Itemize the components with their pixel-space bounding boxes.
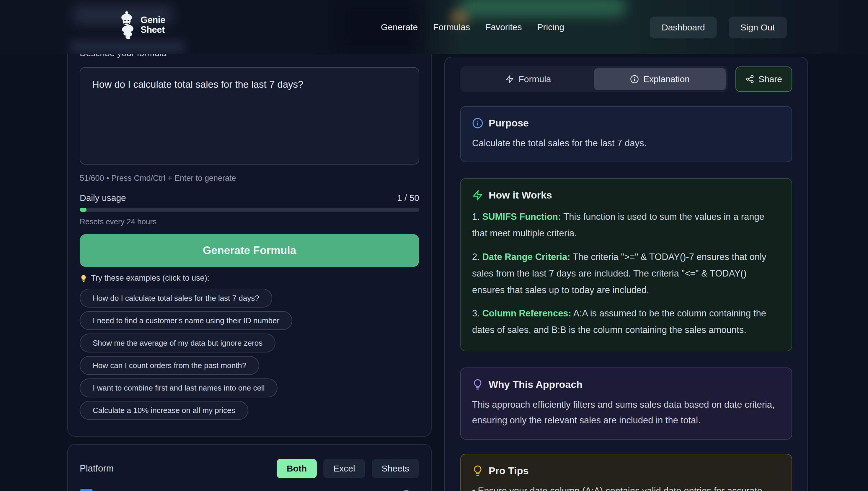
example-chip[interactable]: How can I count orders from the past mon… [80, 356, 259, 375]
generate-formula-button[interactable]: Generate Formula [80, 234, 419, 267]
examples-title-text: Try these examples (click to use): [91, 273, 209, 283]
brand-logo[interactable]: Genie Sheet [118, 11, 165, 39]
top-nav: Genie Sheet Generate Formulas Favorites … [0, 0, 868, 54]
char-count-hint: 51/600 • Press Cmd/Ctrl + Enter to gener… [80, 174, 419, 183]
pro-tips-card: Pro Tips • Ensure your date column (A:A)… [460, 454, 792, 491]
daily-usage-label: Daily usage [80, 193, 126, 203]
how-step: 3. Column References: A:A is assumed to … [472, 305, 780, 338]
composer-card: Describe your formula How do I calculate… [67, 37, 432, 437]
info-icon [472, 118, 483, 129]
platform-option-excel[interactable]: Excel [323, 459, 365, 478]
safety-checkbox[interactable] [80, 489, 93, 491]
usage-progress-fill [80, 208, 87, 212]
tab-explanation-label: Explanation [643, 74, 690, 84]
usage-reset-note: Resets every 24 hours [80, 217, 419, 226]
daily-usage-count: 1 / 50 [397, 193, 419, 203]
app-canvas: Describe your formula How do I calculate… [0, 0, 868, 491]
example-chip[interactable]: I want to combine first and last names i… [80, 378, 278, 397]
formula-description-input[interactable]: How do I calculate total sales for the l… [80, 67, 419, 165]
platform-card: Platform Both Excel Sheets Safe mode [67, 444, 432, 491]
lightning-icon [505, 75, 514, 84]
platform-row: Platform Both Excel Sheets [80, 459, 419, 478]
platform-options: Both Excel Sheets [277, 459, 419, 478]
result-panel: Formula Explanation Share Purpose Calcul… [444, 57, 808, 491]
share-icon [745, 75, 754, 84]
pro-tips-title: Pro Tips [489, 465, 528, 476]
tab-explanation[interactable]: Explanation [594, 68, 726, 90]
why-this-approach-title: Why This Approach [489, 379, 583, 390]
genie-logo-icon [118, 11, 136, 39]
examples-title: Try these examples (click to use): [80, 273, 419, 283]
how-it-works-title: How it Works [489, 190, 552, 201]
purpose-body: Calculate the total sales for the last 7… [472, 135, 780, 151]
why-this-approach-card: Why This Approach This approach efficien… [460, 368, 792, 440]
how-step: 1. SUMIFS Function: This function is use… [472, 208, 780, 242]
purpose-card: Purpose Calculate the total sales for th… [460, 106, 792, 162]
share-label: Share [758, 74, 782, 84]
share-button[interactable]: Share [736, 66, 792, 92]
platform-option-both[interactable]: Both [277, 459, 317, 478]
nav-link-formulas[interactable]: Formulas [433, 22, 470, 32]
sign-out-button[interactable]: Sign Out [728, 17, 787, 38]
how-it-works-card: How it Works 1. SUMIFS Function: This fu… [460, 178, 792, 351]
result-tabs: Formula Explanation [460, 66, 728, 92]
result-tabs-row: Formula Explanation Share [460, 66, 792, 92]
example-chip[interactable]: Calculate a 10% increase on all my price… [80, 401, 248, 420]
purpose-title: Purpose [489, 117, 529, 129]
platform-label: Platform [80, 463, 114, 474]
platform-option-sheets[interactable]: Sheets [372, 459, 419, 478]
example-chip-list: How do I calculate total sales for the l… [80, 289, 419, 420]
brand-name: Genie Sheet [141, 15, 165, 34]
nav-links: Generate Formulas Favorites Pricing [381, 0, 564, 54]
usage-progress-bar [80, 208, 419, 212]
lightbulb-icon [80, 275, 87, 282]
example-chip[interactable]: How do I calculate total sales for the l… [80, 289, 272, 308]
lightbulb-icon [472, 465, 483, 476]
example-chip[interactable]: I need to find a customer's name using t… [80, 311, 292, 330]
nav-link-generate[interactable]: Generate [381, 22, 418, 32]
example-chip[interactable]: Show me the average of my data but ignor… [80, 334, 275, 352]
nav-link-pricing[interactable]: Pricing [537, 22, 564, 32]
pro-tips-body: • Ensure your date column (A:A) contains… [472, 483, 780, 491]
blurred-region [70, 40, 185, 53]
how-step: 2. Date Range Criteria: The criteria ">=… [472, 249, 780, 298]
why-this-approach-body: This approach efficiently filters and su… [472, 397, 780, 428]
dashboard-button[interactable]: Dashboard [650, 17, 717, 38]
nav-link-favorites[interactable]: Favorites [485, 22, 522, 32]
tab-formula[interactable]: Formula [462, 68, 594, 90]
lightbulb-icon [472, 379, 483, 390]
daily-usage-row: Daily usage 1 / 50 [80, 193, 419, 203]
lightning-icon [472, 190, 483, 201]
safety-row: Safe mode [80, 489, 419, 491]
info-icon [630, 75, 639, 84]
tab-formula-label: Formula [519, 74, 551, 84]
nav-buttons: Dashboard Sign Out [650, 17, 787, 38]
